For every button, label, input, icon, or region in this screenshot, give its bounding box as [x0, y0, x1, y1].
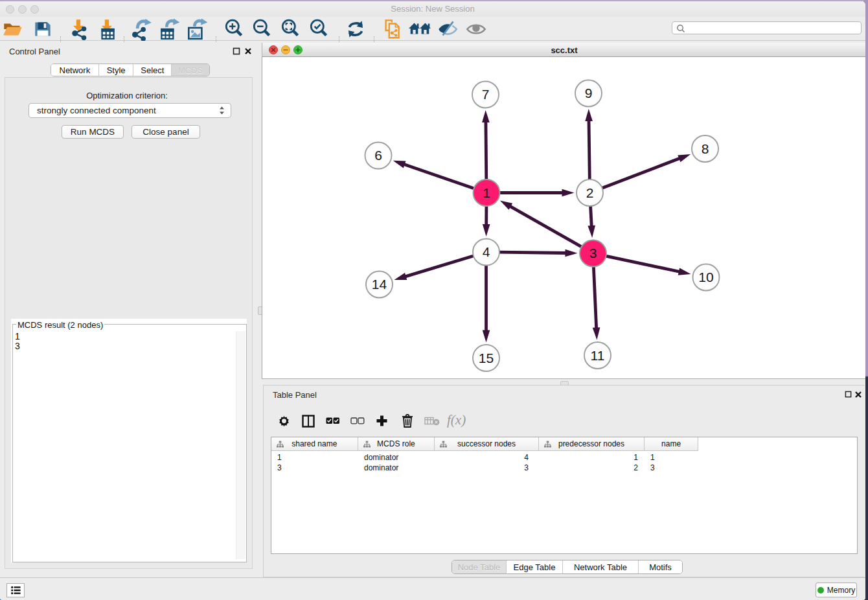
- svg-text:4: 4: [483, 244, 490, 259]
- svg-text:2: 2: [586, 185, 594, 200]
- svg-text:10: 10: [698, 270, 713, 284]
- svg-text:14: 14: [372, 277, 387, 292]
- svg-text:7: 7: [482, 87, 490, 102]
- svg-text:3: 3: [589, 246, 597, 260]
- svg-text:9: 9: [585, 86, 593, 100]
- svg-text:11: 11: [591, 348, 605, 363]
- svg-text:1: 1: [483, 185, 490, 200]
- svg-text:8: 8: [702, 141, 709, 156]
- svg-text:15: 15: [479, 351, 494, 365]
- svg-text:6: 6: [374, 148, 382, 163]
